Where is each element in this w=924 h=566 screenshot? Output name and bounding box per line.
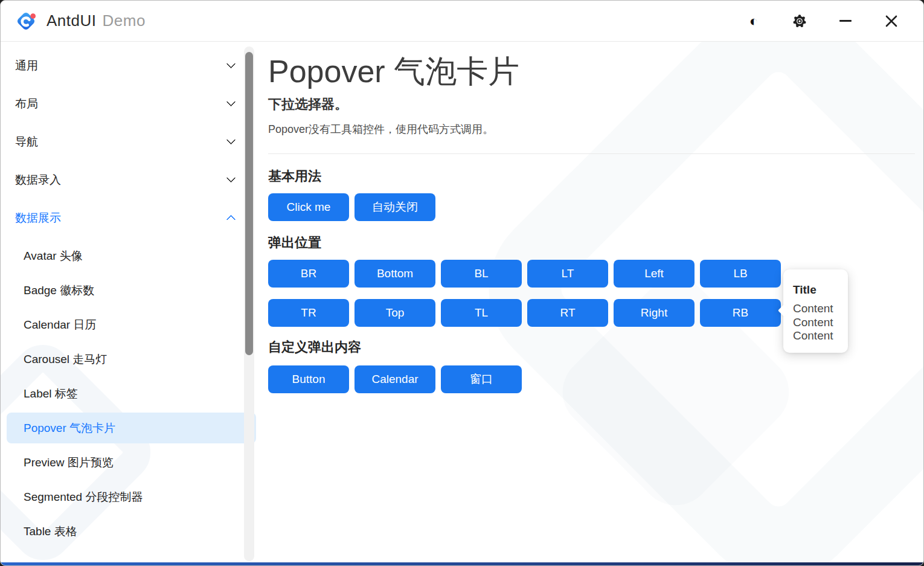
window-controls: ◐ bbox=[745, 12, 910, 30]
minimize-icon[interactable] bbox=[836, 12, 855, 30]
popover-title: Title bbox=[793, 283, 848, 297]
custom-calendar-button[interactable]: Calendar bbox=[355, 365, 435, 393]
position-tl-button[interactable]: TL bbox=[441, 299, 522, 327]
chevron-down-icon bbox=[226, 97, 236, 107]
window-bottom-border bbox=[1, 562, 923, 565]
sidebar-group-general[interactable]: 通用 bbox=[1, 47, 257, 85]
sidebar-item-preview[interactable]: Preview 图片预览 bbox=[7, 447, 256, 478]
basic-usage-buttons: Click me 自动关闭 bbox=[268, 193, 915, 221]
custom-window-button[interactable]: 窗口 bbox=[441, 365, 522, 393]
position-tr-button[interactable]: TR bbox=[268, 299, 349, 327]
sidebar-item-carousel[interactable]: Carousel 走马灯 bbox=[7, 344, 256, 375]
page-description: Popover没有工具箱控件，使用代码方式调用。 bbox=[268, 122, 915, 137]
chevron-up-icon bbox=[226, 215, 236, 225]
popover-content-line: Content bbox=[793, 329, 848, 343]
app-title: AntdUIDemo bbox=[47, 11, 146, 30]
titlebar: AntdUIDemo ◐ bbox=[1, 1, 923, 42]
theme-toggle-icon[interactable]: ◐ bbox=[745, 12, 763, 30]
antdui-logo-icon bbox=[14, 9, 38, 33]
sidebar-group-layout[interactable]: 布局 bbox=[1, 85, 257, 123]
position-bl-button[interactable]: BL bbox=[441, 260, 522, 288]
popover-content-line: Content bbox=[793, 302, 848, 316]
app-title-secondary: Demo bbox=[103, 11, 146, 30]
sidebar-item-segmented[interactable]: Segmented 分段控制器 bbox=[7, 481, 256, 512]
position-top-button[interactable]: Top bbox=[355, 299, 435, 327]
position-bottom-button[interactable]: Bottom bbox=[355, 260, 435, 288]
chevron-down-icon bbox=[226, 173, 236, 183]
settings-gear-icon[interactable] bbox=[791, 12, 809, 30]
position-rt-button[interactable]: RT bbox=[527, 299, 608, 327]
position-rb-button[interactable]: RB bbox=[700, 299, 781, 327]
sidebar-item-label[interactable]: Label 标签 bbox=[7, 378, 256, 409]
popover-content: Content Content Content bbox=[793, 302, 848, 343]
app-title-primary: AntdUI bbox=[47, 11, 97, 30]
custom-content-buttons: Button Calendar 窗口 bbox=[268, 365, 915, 393]
close-icon[interactable] bbox=[882, 12, 900, 30]
position-right-button[interactable]: Right bbox=[614, 299, 695, 327]
page-title: Popover 气泡卡片 bbox=[268, 53, 915, 91]
sidebar-group-navigation[interactable]: 导航 bbox=[1, 123, 257, 161]
sidebar-item-avatar[interactable]: Avatar 头像 bbox=[7, 240, 256, 271]
page-subtitle: 下拉选择器。 bbox=[268, 95, 915, 114]
position-lt-button[interactable]: LT bbox=[527, 260, 608, 288]
sidebar-group-data-entry[interactable]: 数据录入 bbox=[1, 161, 257, 199]
chevron-down-icon bbox=[226, 59, 236, 69]
popover-card: Title Content Content Content bbox=[783, 269, 848, 353]
sidebar-group-data-display[interactable]: 数据展示 bbox=[1, 199, 257, 237]
sidebar-scrollbar-thumb[interactable] bbox=[245, 52, 253, 355]
popover-content-line: Content bbox=[793, 316, 848, 330]
sidebar-item-badge[interactable]: Badge 徽标数 bbox=[7, 275, 256, 306]
divider bbox=[268, 153, 915, 154]
section-heading-basic-usage: 基本用法 bbox=[268, 167, 915, 185]
custom-button-button[interactable]: Button bbox=[268, 365, 349, 393]
sidebar-item-table[interactable]: Table 表格 bbox=[7, 516, 256, 547]
auto-close-button[interactable]: 自动关闭 bbox=[355, 193, 435, 221]
chevron-down-icon bbox=[226, 135, 236, 145]
sidebar: 通用 布局 导航 数据录入 数据展示 Avatar 头像 bbox=[1, 42, 257, 566]
position-lb-button[interactable]: LB bbox=[700, 260, 781, 288]
sidebar-item-calendar[interactable]: Calendar 日历 bbox=[7, 309, 256, 340]
click-me-button[interactable]: Click me bbox=[268, 193, 349, 221]
sidebar-item-popover[interactable]: Popover 气泡卡片 bbox=[7, 413, 256, 443]
app-window: AntdUIDemo ◐ bbox=[0, 0, 924, 566]
position-br-button[interactable]: BR bbox=[268, 260, 349, 288]
section-heading-popup-position: 弹出位置 bbox=[268, 234, 915, 252]
position-left-button[interactable]: Left bbox=[614, 260, 695, 288]
